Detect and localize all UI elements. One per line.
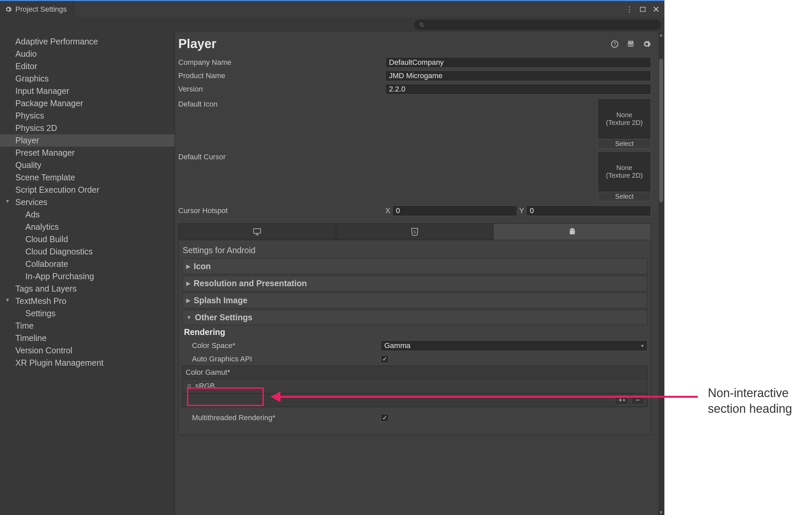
default-cursor-select-button[interactable]: Select: [598, 192, 651, 201]
version-row: Version 2.2.0: [178, 83, 651, 96]
sidebar-item-preset-manager[interactable]: Preset Manager: [0, 147, 175, 159]
project-settings-window: Project Settings ⋮ ✕ Adaptive Performanc…: [0, 0, 664, 515]
default-icon-row: Default Icon None (Texture 2D) Select: [178, 98, 651, 149]
titlebar: Project Settings ⋮ ✕: [0, 0, 664, 17]
sidebar-item-tags-and-layers[interactable]: Tags and Layers: [0, 283, 175, 295]
scrollbar-thumb[interactable]: [659, 59, 663, 202]
scroll-up-icon[interactable]: ▲: [659, 32, 664, 37]
sidebar-item-quality[interactable]: Quality: [0, 159, 175, 171]
sidebar-item-xr-plugin-management[interactable]: XR Plugin Management: [0, 357, 175, 369]
multithreaded-checkbox[interactable]: ✓: [381, 414, 389, 422]
main-scrollbar[interactable]: ▲ ▼: [659, 32, 664, 515]
sidebar-item-physics-2d[interactable]: Physics 2D: [0, 122, 175, 134]
product-name-field[interactable]: JMD Microgame: [385, 70, 651, 81]
sidebar-item-analytics[interactable]: Analytics: [0, 221, 175, 233]
company-name-field[interactable]: DefaultCompany: [385, 57, 651, 68]
foldout-splash-label: Splash Image: [194, 295, 248, 305]
sidebar-item-cloud-diagnostics[interactable]: Cloud Diagnostics: [0, 246, 175, 258]
search-icon: [419, 22, 424, 27]
sidebar-item-textmesh-pro[interactable]: TextMesh Pro: [0, 295, 175, 307]
multithreaded-label: Multithreaded Rendering*: [182, 413, 381, 422]
sidebar-item-script-execution-order[interactable]: Script Execution Order: [0, 184, 175, 196]
platform-section-label: Settings for Android: [182, 244, 647, 257]
html5-icon: 5: [410, 227, 419, 236]
close-icon[interactable]: ✕: [652, 6, 660, 13]
chevron-right-icon: ▶: [186, 280, 190, 287]
foldout-icon[interactable]: ▶ Icon: [182, 258, 647, 274]
platform-tab-android[interactable]: [493, 224, 651, 240]
platform-tabs: 5: [178, 223, 651, 240]
version-field[interactable]: 2.2.0: [385, 84, 651, 94]
sidebar-item-timeline[interactable]: Timeline: [0, 332, 175, 344]
hotspot-x-field[interactable]: 0: [392, 205, 517, 216]
presets-icon[interactable]: [626, 40, 635, 49]
maximize-icon[interactable]: [639, 6, 646, 13]
search-input[interactable]: [414, 20, 661, 30]
annotation-arrow: [281, 396, 698, 398]
color-space-label: Color Space*: [182, 341, 381, 350]
sidebar-item-graphics[interactable]: Graphics: [0, 73, 175, 85]
sidebar-item-services[interactable]: Services: [0, 196, 175, 208]
product-name-label: Product Name: [178, 71, 385, 80]
sidebar-item-package-manager[interactable]: Package Manager: [0, 97, 175, 110]
color-gamut-header: Color Gamut*: [182, 366, 647, 379]
sidebar-item-in-app-purchasing[interactable]: In-App Purchasing: [0, 270, 175, 283]
window-tab[interactable]: Project Settings: [0, 1, 74, 17]
sidebar-item-player[interactable]: Player: [0, 134, 175, 147]
sidebar-item-audio[interactable]: Audio: [0, 48, 175, 60]
annotation-text-line1: Non-interactive: [708, 386, 789, 400]
window-menu-icon[interactable]: ⋮: [626, 6, 633, 13]
color-space-dropdown[interactable]: Gamma: [381, 340, 647, 351]
svg-line-2: [423, 25, 424, 27]
svg-point-8: [573, 230, 574, 230]
settings-sidebar: Adaptive PerformanceAudioEditorGraphicsI…: [0, 32, 175, 515]
android-icon: [568, 227, 577, 236]
sidebar-item-tmp-settings[interactable]: Settings: [0, 307, 175, 320]
auto-graphics-checkbox[interactable]: ✓: [381, 355, 389, 363]
sidebar-item-adaptive-performance[interactable]: Adaptive Performance: [0, 35, 175, 48]
svg-rect-5: [254, 229, 261, 233]
svg-point-7: [571, 230, 571, 230]
color-gamut-list: sRGB + ▾ −: [182, 379, 647, 407]
version-label: Version: [178, 85, 385, 93]
foldout-other-settings[interactable]: ▼ Other Settings: [182, 310, 647, 325]
scroll-down-icon[interactable]: ▼: [659, 510, 664, 515]
default-icon-select-button[interactable]: Select: [598, 139, 651, 148]
company-name-row: Company Name DefaultCompany: [178, 56, 651, 69]
sidebar-item-scene-template[interactable]: Scene Template: [0, 171, 175, 184]
sidebar-item-physics[interactable]: Physics: [0, 110, 175, 122]
color-gamut-item[interactable]: sRGB: [182, 379, 647, 393]
platform-tab-standalone[interactable]: [179, 224, 336, 240]
hotspot-x-label: X: [385, 206, 390, 215]
thumb-type-text: (Texture 2D): [598, 172, 651, 179]
sidebar-item-collaborate[interactable]: Collaborate: [0, 258, 175, 270]
default-cursor-picker[interactable]: None (Texture 2D) Select: [598, 151, 651, 201]
gear-icon: [5, 6, 12, 13]
thumb-type-text: (Texture 2D): [598, 119, 651, 126]
foldout-icon-label: Icon: [194, 261, 211, 271]
sidebar-item-time[interactable]: Time: [0, 320, 175, 332]
default-icon-label: Default Icon: [178, 98, 385, 149]
monitor-icon: [253, 227, 262, 236]
foldout-resolution[interactable]: ▶ Resolution and Presentation: [182, 276, 647, 291]
annotation-arrowhead: [270, 392, 281, 402]
foldout-splash[interactable]: ▶ Splash Image: [182, 292, 647, 308]
sidebar-item-ads[interactable]: Ads: [0, 208, 175, 221]
sidebar-item-version-control[interactable]: Version Control: [0, 344, 175, 357]
sidebar-item-cloud-build[interactable]: Cloud Build: [0, 233, 175, 246]
company-name-label: Company Name: [178, 58, 385, 67]
sidebar-item-input-manager[interactable]: Input Manager: [0, 85, 175, 97]
chevron-down-icon: ▾: [623, 398, 625, 402]
rendering-heading: Rendering: [182, 326, 647, 338]
sidebar-item-editor[interactable]: Editor: [0, 60, 175, 73]
default-icon-picker[interactable]: None (Texture 2D) Select: [598, 98, 651, 149]
product-name-row: Product Name JMD Microgame: [178, 69, 651, 83]
hotspot-y-field[interactable]: 0: [526, 205, 651, 216]
cursor-hotspot-row: Cursor Hotspot X 0 Y 0: [178, 204, 651, 218]
chevron-right-icon: ▶: [186, 263, 190, 269]
help-icon[interactable]: ?: [610, 40, 619, 49]
gear-icon[interactable]: [642, 40, 651, 49]
default-cursor-row: Default Cursor None (Texture 2D) Select: [178, 151, 651, 201]
platform-tab-webgl[interactable]: 5: [336, 224, 494, 240]
foldout-resolution-label: Resolution and Presentation: [194, 279, 307, 288]
